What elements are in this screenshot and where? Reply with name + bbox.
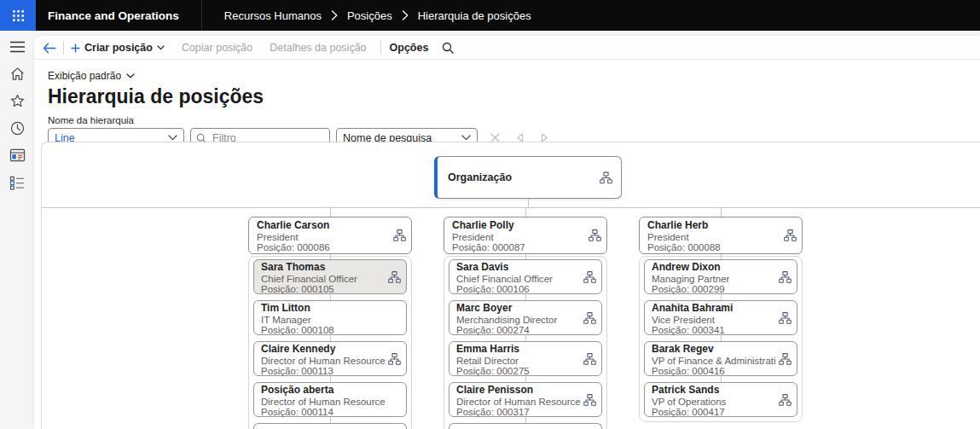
- org-card[interactable]: Charlie PollyPresidentPosição: 000087: [444, 217, 607, 254]
- org-card-position: Posição: 000416: [652, 366, 776, 377]
- org-card-position: Posição: 000086: [257, 242, 391, 253]
- org-card[interactable]: Claire PenissonDirector of Human Resourc…: [449, 382, 602, 417]
- org-card[interactable]: Sara DavisChief Financial OfficerPosição…: [449, 259, 602, 294]
- top-app-bar: Finance and Operations Recursos Humanos …: [0, 0, 980, 31]
- nav-home-button[interactable]: [8, 66, 26, 82]
- nav-modules-button[interactable]: [8, 175, 26, 191]
- content-panel: Criar posição Copiar posição Detalhes da…: [34, 36, 980, 429]
- org-card-position: Posição: 000274: [456, 325, 581, 336]
- breadcrumb-item-recursos-humanos[interactable]: Recursos Humanos: [224, 9, 322, 22]
- position-details-button[interactable]: Detalhes da posição: [270, 42, 366, 54]
- view-selector-label: Exibição padrão: [48, 70, 121, 82]
- copy-position-button[interactable]: Copiar posição: [182, 42, 252, 54]
- org-card[interactable]: Anahita BahramiVice PresidentPosição: 00…: [644, 300, 797, 335]
- org-card-position: Posição: 000113: [261, 366, 386, 377]
- org-card[interactable]: Claire KennedyDirector of Human Resource…: [253, 341, 407, 376]
- org-card-title: President: [647, 232, 781, 243]
- chevron-down-icon: [126, 73, 135, 78]
- app-launcher-button[interactable]: [0, 0, 36, 31]
- chevron-down-icon: [157, 45, 165, 50]
- connector-line: [528, 199, 529, 207]
- org-children-group: Sara DavisChief Financial OfficerPosição…: [444, 256, 607, 429]
- org-card[interactable]: Sara ThomasChief Financial OfficerPosiçã…: [253, 259, 407, 294]
- org-card-title: VP of Operations: [652, 397, 776, 408]
- org-card-partial[interactable]: [253, 423, 407, 429]
- org-card-position: Posição: 000088: [647, 242, 781, 253]
- connector-line: [42, 207, 980, 208]
- chevron-right-icon: [331, 10, 338, 20]
- org-card-position: Posição: 000105: [261, 284, 386, 295]
- topbar-divider: [201, 0, 202, 31]
- org-chart-icon: [589, 229, 601, 242]
- org-card-name: Patrick Sands: [652, 385, 776, 397]
- org-chart-icon: [779, 311, 792, 324]
- org-card-title: Merchandising Director: [456, 315, 581, 326]
- org-card[interactable]: Barak RegevVP of Finance & Administratio…: [644, 341, 797, 376]
- org-card-position: Posição: 000087: [452, 242, 586, 253]
- home-icon: [9, 66, 26, 82]
- toolbar-separator: [63, 41, 64, 55]
- org-chart-icon: [779, 393, 792, 406]
- org-card-name: Andrew Dixon: [652, 262, 776, 274]
- nav-recent-button[interactable]: [8, 120, 26, 136]
- org-card-name: Tim Litton: [261, 303, 386, 315]
- create-position-button[interactable]: Criar posição: [71, 42, 165, 54]
- chevron-down-icon: [461, 135, 471, 141]
- back-button[interactable]: [43, 43, 56, 54]
- action-toolbar: Criar posição Copiar posição Detalhes da…: [34, 36, 980, 60]
- view-selector[interactable]: Exibição padrão: [48, 70, 135, 82]
- breadcrumb-item-posicoes[interactable]: Posições: [347, 9, 392, 22]
- org-card-name: Charlie Carson: [257, 220, 391, 232]
- org-card[interactable]: Andrew DixonManaging PartnerPosição: 000…: [644, 259, 797, 294]
- search-icon: [442, 42, 454, 54]
- toolbar-search-button[interactable]: [442, 42, 454, 54]
- breadcrumb: Recursos Humanos Posições Hierarquia de …: [224, 9, 531, 22]
- org-card-name: Charlie Polly: [452, 220, 586, 232]
- org-card-name: Barak Regev: [652, 344, 776, 356]
- create-position-label: Criar posição: [84, 42, 153, 54]
- org-card-name: Sara Thomas: [261, 262, 386, 274]
- org-chart-icon: [583, 270, 596, 283]
- copy-position-label: Copiar posição: [182, 42, 252, 54]
- org-card[interactable]: Marc BoyerMerchandising DirectorPosição:…: [449, 300, 602, 335]
- nav-rail: [0, 31, 34, 429]
- org-card[interactable]: Emma HarrisRetail DirectorPosição: 00027…: [449, 341, 602, 376]
- org-column: Charlie CarsonPresidentPosição: 000086Sa…: [248, 217, 412, 429]
- org-card-position: Posição: 000106: [456, 284, 581, 295]
- org-chart-icon: [388, 352, 401, 365]
- org-card[interactable]: Charlie CarsonPresidentPosição: 000086: [248, 217, 412, 254]
- position-details-label: Detalhes da posição: [270, 42, 366, 54]
- org-card-name: Posição aberta: [261, 385, 386, 397]
- org-children-group: Andrew DixonManaging PartnerPosição: 000…: [639, 256, 803, 422]
- org-card-name: Claire Penisson: [456, 385, 581, 397]
- app-title[interactable]: Finance and Operations: [36, 9, 201, 22]
- org-chart-icon: [779, 270, 792, 283]
- org-card-title: Director of Human Resources: [456, 397, 581, 408]
- org-card[interactable]: Patrick SandsVP of OperationsPosição: 00…: [644, 382, 797, 417]
- org-card[interactable]: Posição abertaDirector of Human Resource…: [253, 382, 407, 417]
- nav-menu-button[interactable]: [8, 38, 26, 55]
- org-card-title: Managing Partner: [652, 274, 776, 285]
- toolbar-separator: [380, 41, 381, 55]
- plus-icon: [71, 43, 80, 53]
- org-card-name: Marc Boyer: [456, 303, 581, 315]
- breadcrumb-item-hierarquia-de-posicoes[interactable]: Hierarquia de posições: [418, 9, 531, 22]
- org-card-partial[interactable]: [449, 423, 602, 429]
- org-chart-icon: [779, 352, 792, 365]
- star-icon: [9, 93, 26, 109]
- org-card[interactable]: Tim LittonIT ManagerPosição: 000108: [253, 300, 407, 335]
- org-root-card[interactable]: Organização: [434, 156, 622, 199]
- org-chart-icon: [583, 311, 596, 324]
- org-card-title: Chief Financial Officer: [261, 274, 386, 285]
- org-card-title: President: [452, 232, 586, 243]
- options-button[interactable]: Opções: [390, 42, 429, 54]
- org-chart-icon: [393, 229, 406, 242]
- nav-workspaces-button[interactable]: [8, 148, 26, 164]
- org-card-title: Director of Human Resources: [261, 356, 386, 367]
- org-column: Charlie HerbPresidentPosição: 000088Andr…: [639, 217, 803, 422]
- nav-favorites-button[interactable]: [8, 93, 26, 109]
- org-card[interactable]: Charlie HerbPresidentPosição: 000088: [639, 217, 803, 254]
- org-chart-icon: [600, 171, 612, 184]
- org-card-position: Posição: 000275: [456, 366, 581, 377]
- hierarchy-name-label: Nome da hierarquia: [48, 115, 980, 125]
